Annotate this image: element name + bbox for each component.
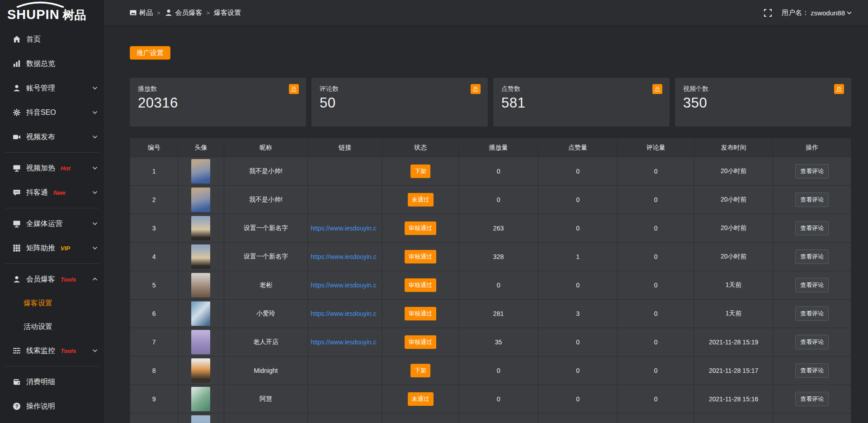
view-comments-button[interactable]: 查看评论 <box>795 221 829 235</box>
cell-actions: 查看评论 <box>773 243 851 271</box>
status-badge[interactable]: 审核通过 <box>405 278 436 292</box>
video-link[interactable]: https://www.iesdouyin.c <box>311 338 377 346</box>
cell-avatar <box>178 300 224 328</box>
view-comments-button[interactable]: 查看评论 <box>795 193 829 207</box>
logo-arc <box>15 1 65 8</box>
sidebar-subitem-label: 活动设置 <box>24 322 52 332</box>
cell-avatar <box>178 243 224 271</box>
cell-likes: 0 <box>538 214 618 243</box>
cell-nickname <box>224 414 308 423</box>
home-icon <box>13 35 21 43</box>
table-row: 9阿慧未通过0002021-11-28 15:16查看评论 <box>130 385 851 414</box>
sidebar-subitem-baoke-settings[interactable]: 爆客设置 <box>0 291 104 315</box>
sidebar-item-home[interactable]: 首页 <box>0 27 104 52</box>
sidebar-item-data-overview[interactable]: 数据总览 <box>0 52 104 76</box>
sidebar-subitem-activity-settings[interactable]: 活动设置 <box>0 315 104 338</box>
status-badge[interactable]: 下架 <box>410 164 430 178</box>
view-comments-button[interactable]: 查看评论 <box>795 249 829 264</box>
avatar <box>191 244 210 269</box>
cell-comments: 0 <box>618 157 694 186</box>
avatar <box>191 216 210 240</box>
promotion-settings-button[interactable]: 推广设置 <box>130 46 170 60</box>
cell-avatar <box>178 214 224 243</box>
cell-plays: 328 <box>459 243 538 271</box>
status-badge[interactable]: 下架 <box>410 364 430 377</box>
cell-link <box>308 385 382 414</box>
table-row: 10 <box>130 414 851 423</box>
cell-actions: 查看评论 <box>773 300 851 328</box>
cell-link <box>308 414 382 423</box>
video-link[interactable]: https://www.iesdouyin.c <box>311 253 377 260</box>
user-menu[interactable]: 用户名：zswodun88 <box>782 9 852 17</box>
sidebar-item-account-management[interactable]: 账号管理 <box>0 76 104 100</box>
total-badge[interactable]: 总 <box>652 84 662 94</box>
view-comments-button[interactable]: 查看评论 <box>795 164 829 179</box>
breadcrumb-item[interactable]: 爆客设置 <box>214 9 241 17</box>
sidebar-item-label: 全媒体运营 <box>26 219 62 229</box>
chevron-down-icon <box>92 86 98 90</box>
cell-number: 7 <box>130 328 178 357</box>
video-link[interactable]: https://www.iesdouyin.c <box>311 282 377 289</box>
cell-actions <box>773 414 851 423</box>
avatar <box>191 273 210 297</box>
sidebar-item-label: 首页 <box>26 35 41 44</box>
cell-number: 8 <box>130 357 178 385</box>
sidebar-item-video-publish[interactable]: 视频发布 <box>0 125 104 149</box>
cell-comments: 0 <box>618 357 694 385</box>
sidebar-item-label: 数据总览 <box>26 59 55 69</box>
view-comments-button[interactable]: 查看评论 <box>795 335 829 349</box>
cell-status: 未通过 <box>382 385 459 414</box>
cell-publish-time: 1天前 <box>694 300 773 328</box>
status-badge[interactable]: 审核通过 <box>405 250 436 263</box>
cell-nickname: Midnight <box>224 357 308 385</box>
total-badge[interactable]: 总 <box>834 84 844 94</box>
avatar <box>191 387 210 411</box>
video-link[interactable]: https://www.iesdouyin.c <box>311 225 377 232</box>
table-row: 8Midnight下架0002021-11-28 15:17查看评论 <box>130 357 851 385</box>
breadcrumb-item[interactable]: 树品 <box>130 9 153 17</box>
status-badge[interactable]: 未通过 <box>408 193 434 207</box>
fullscreen-icon[interactable] <box>764 9 772 17</box>
status-badge[interactable]: 未通过 <box>408 392 434 406</box>
sidebar-item-video-heating[interactable]: 视频加热Hot <box>0 156 104 180</box>
cell-avatar <box>178 357 224 385</box>
sidebar-item-lead-monitoring[interactable]: 线索监控Tools <box>0 338 104 363</box>
avatar <box>191 330 210 354</box>
sidebar-item-douketong[interactable]: 抖客通New <box>0 180 104 205</box>
cell-likes: 0 <box>538 328 618 357</box>
sidebar: SHUPIN 树品 首页数据总览账号管理抖音SEO视频发布视频加热Hot抖客通N… <box>0 0 104 423</box>
sidebar-item-consumption-details[interactable]: 消费明细 <box>0 370 104 394</box>
view-comments-button[interactable]: 查看评论 <box>795 392 829 406</box>
breadcrumb-item[interactable]: 会员爆客 <box>165 9 203 17</box>
view-comments-button[interactable]: 查看评论 <box>795 363 829 378</box>
cell-number: 3 <box>130 214 178 243</box>
cell-plays: 281 <box>459 300 538 328</box>
sidebar-item-douyin-seo[interactable]: 抖音SEO <box>0 100 104 125</box>
sidebar-item-label: 线索监控 <box>26 346 55 356</box>
cell-plays: 0 <box>459 385 538 414</box>
sidebar-item-label: 矩阵助推 <box>26 244 55 253</box>
sidebar-item-member-baoke[interactable]: 会员爆客Tools <box>0 267 104 291</box>
sidebar-item-operation-guide[interactable]: ?操作说明 <box>0 394 104 418</box>
status-badge[interactable]: 审核通过 <box>405 307 436 320</box>
cell-link: https://www.iesdouyin.c <box>308 271 382 300</box>
sidebar-divider <box>5 152 99 153</box>
cell-plays: 0 <box>459 157 538 186</box>
sidebar-item-all-media-operation[interactable]: 全媒体运营 <box>0 212 104 236</box>
total-badge[interactable]: 总 <box>471 84 481 94</box>
view-comments-button[interactable]: 查看评论 <box>795 306 829 321</box>
sidebar-item-matrix-boost[interactable]: 矩阵助推VIP <box>0 236 104 260</box>
view-comments-button[interactable]: 查看评论 <box>795 278 829 292</box>
cell-likes: 0 <box>538 385 618 414</box>
chevron-up-icon <box>92 277 98 281</box>
status-badge[interactable]: 审核通过 <box>405 221 436 235</box>
column-header: 发布时间 <box>694 138 773 157</box>
stat-card-label: 点赞数 <box>501 85 661 93</box>
video-link[interactable]: https://www.iesdouyin.c <box>311 310 377 317</box>
table-row: 7老人开店https://www.iesdouyin.c审核通过35002021… <box>130 328 851 357</box>
status-badge[interactable]: 审核通过 <box>405 335 436 349</box>
cell-link: https://www.iesdouyin.c <box>308 300 382 328</box>
cell-link <box>308 186 382 214</box>
total-badge[interactable]: 总 <box>289 84 299 94</box>
cell-nickname: 老人开店 <box>224 328 308 357</box>
